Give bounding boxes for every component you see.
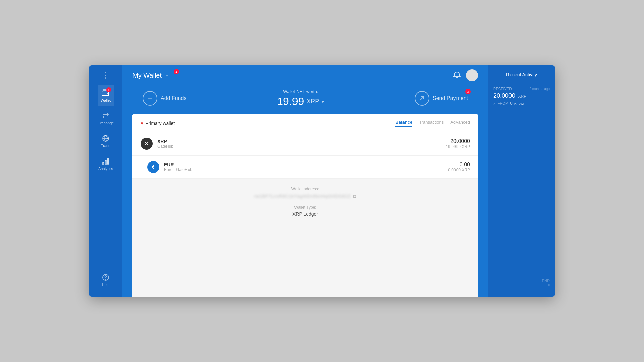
eur-amount: 0.00 bbox=[448, 162, 470, 168]
send-payment-circle-icon bbox=[415, 91, 429, 106]
add-funds-button[interactable]: + Add Funds bbox=[143, 91, 186, 106]
wallet-badge: 1 bbox=[106, 87, 111, 92]
primary-wallet-text: Primary wallet bbox=[145, 121, 175, 126]
svg-point-9 bbox=[106, 279, 106, 280]
send-payment-label: Send Payment bbox=[433, 95, 468, 101]
copy-icon[interactable]: ⧉ bbox=[353, 193, 356, 199]
sidebar-item-trade[interactable]: Trade bbox=[98, 131, 114, 151]
send-payment-badge: 3 bbox=[465, 89, 471, 94]
activity-item[interactable]: RECEIVED 2 months ago 20.0000 XRP › FROM… bbox=[488, 83, 555, 110]
primary-wallet-label: ♥ Primary wallet bbox=[141, 121, 175, 126]
wallet-address-value: rw1BF7LcvR8C1bYag4tDn9bnHqGHDG82Z ⧉ bbox=[141, 193, 470, 199]
xrp-xrp-value: 19.9999 XRP bbox=[446, 144, 470, 149]
tab-transactions[interactable]: Transactions bbox=[419, 120, 444, 127]
activity-from-label: FROM bbox=[498, 101, 508, 105]
net-worth-label: Wallet NET worth: bbox=[277, 89, 324, 94]
table-row[interactable]: ✕ XRP GateHub 20.0000 19.9999 XRP bbox=[132, 132, 478, 156]
wallet-address-text: rw1BF7LcvR8C1bYag4tDn9bnHqGHDG82Z bbox=[254, 194, 351, 199]
sidebar-item-wallet[interactable]: 1 Wallet bbox=[98, 85, 114, 106]
activity-from-value: Unknown bbox=[510, 101, 525, 105]
xrp-icon: ✕ bbox=[141, 138, 153, 150]
xrp-info: XRP GateHub bbox=[157, 139, 441, 149]
sidebar-item-trade-label: Trade bbox=[101, 144, 110, 148]
wallet-type-label: Wallet Type: bbox=[141, 205, 470, 210]
xrp-balance: 20.0000 19.9999 XRP bbox=[446, 138, 470, 149]
wallet-address-label: Wallet address: bbox=[141, 187, 470, 191]
activity-amount-row: 20.0000 XRP bbox=[493, 92, 550, 99]
right-sidebar-bottom: END bbox=[488, 275, 555, 290]
sidebar-item-exchange[interactable]: Exchange bbox=[98, 108, 114, 128]
eur-name: EUR bbox=[164, 162, 443, 167]
notification-bell-icon[interactable] bbox=[453, 71, 461, 80]
eur-icon: € bbox=[147, 161, 159, 173]
currency-list: ✕ XRP GateHub 20.0000 19.9999 XRP € E bbox=[132, 132, 478, 179]
trade-icon bbox=[102, 134, 110, 142]
title-chevron-icon bbox=[164, 73, 170, 78]
right-sidebar: Recent Activity RECEIVED 2 months ago 20… bbox=[488, 65, 555, 297]
net-worth-value: 19.99 XRP ▾ bbox=[277, 95, 324, 108]
page-title: My Wallet bbox=[132, 72, 162, 79]
activity-amount: 20.0000 bbox=[493, 92, 515, 99]
wallet-icon: 1 bbox=[102, 89, 110, 97]
activity-chevron-icon: › bbox=[493, 101, 495, 106]
eur-source: Euro - GateHub bbox=[164, 167, 443, 172]
xrp-amount: 20.0000 bbox=[446, 138, 470, 144]
net-worth-currency: XRP bbox=[307, 98, 319, 105]
sidebar-item-analytics-label: Analytics bbox=[98, 167, 113, 171]
send-payment-button[interactable]: Send Payment 3 bbox=[415, 91, 468, 106]
xrp-source: GateHub bbox=[157, 144, 441, 149]
end-label: END bbox=[493, 279, 550, 283]
svg-rect-6 bbox=[105, 160, 106, 164]
activity-time: 2 months ago bbox=[529, 87, 550, 91]
user-avatar[interactable] bbox=[466, 69, 478, 81]
exchange-icon bbox=[102, 112, 110, 120]
sidebar-item-wallet-label: Wallet bbox=[101, 98, 111, 102]
activity-from: › FROM Unknown bbox=[493, 101, 550, 106]
wallet-header: ♥ Primary wallet Balance Transactions Ad… bbox=[132, 114, 478, 132]
sidebar-top-dots bbox=[105, 72, 106, 79]
svg-rect-5 bbox=[103, 162, 104, 164]
svg-rect-2 bbox=[107, 93, 109, 94]
tab-advanced[interactable]: Advanced bbox=[450, 120, 470, 127]
xrp-name: XRP bbox=[157, 139, 441, 144]
add-funds-circle-icon: + bbox=[143, 91, 157, 106]
wallet-tabs: Balance Transactions Advanced bbox=[395, 120, 470, 127]
sidebar: 1 Wallet Exchange bbox=[89, 65, 122, 297]
eur-balance: 0.00 0.0000 XRP bbox=[448, 162, 470, 172]
table-row[interactable]: € EUR Euro - GateHub 0.00 0.0000 XRP bbox=[132, 156, 478, 179]
sidebar-item-help[interactable]: Help bbox=[102, 270, 110, 290]
hero-section: + Add Funds Wallet NET worth: 19.99 XRP … bbox=[122, 85, 488, 114]
net-worth-amount: 19.99 bbox=[277, 95, 304, 108]
analytics-icon bbox=[102, 157, 110, 165]
activity-currency: XRP bbox=[518, 94, 527, 99]
header-title-badge: 2 bbox=[174, 69, 179, 74]
wallet-type-value: XRP Ledger bbox=[141, 211, 470, 217]
activity-type: RECEIVED bbox=[493, 87, 512, 91]
help-icon bbox=[102, 273, 110, 281]
wallet-body: ♥ Primary wallet Balance Transactions Ad… bbox=[132, 114, 478, 297]
sidebar-nav: 1 Wallet Exchange bbox=[98, 85, 114, 270]
net-worth-section: Wallet NET worth: 19.99 XRP ▾ bbox=[277, 89, 324, 108]
wallet-address-section: Wallet address: rw1BF7LcvR8C1bYag4tDn9bn… bbox=[132, 179, 478, 297]
net-worth-chevron-icon: ▾ bbox=[322, 99, 324, 104]
eur-info: EUR Euro - GateHub bbox=[164, 162, 443, 172]
header-right bbox=[453, 69, 478, 81]
main-content: My Wallet 2 + Add Funds bbox=[122, 65, 488, 297]
header: My Wallet 2 bbox=[122, 65, 488, 85]
svg-rect-7 bbox=[107, 158, 109, 164]
heart-icon: ♥ bbox=[141, 121, 143, 126]
tab-balance[interactable]: Balance bbox=[395, 120, 412, 127]
add-funds-label: Add Funds bbox=[161, 95, 186, 101]
sidebar-item-analytics[interactable]: Analytics bbox=[98, 154, 114, 174]
header-title: My Wallet 2 bbox=[132, 72, 170, 79]
row-indicator bbox=[141, 164, 141, 170]
sidebar-item-exchange-label: Exchange bbox=[98, 121, 114, 125]
end-dot bbox=[548, 284, 550, 286]
recent-activity-title: Recent Activity bbox=[488, 72, 555, 83]
sidebar-item-help-label: Help bbox=[102, 283, 110, 287]
eur-xrp-value: 0.0000 XRP bbox=[448, 168, 470, 172]
